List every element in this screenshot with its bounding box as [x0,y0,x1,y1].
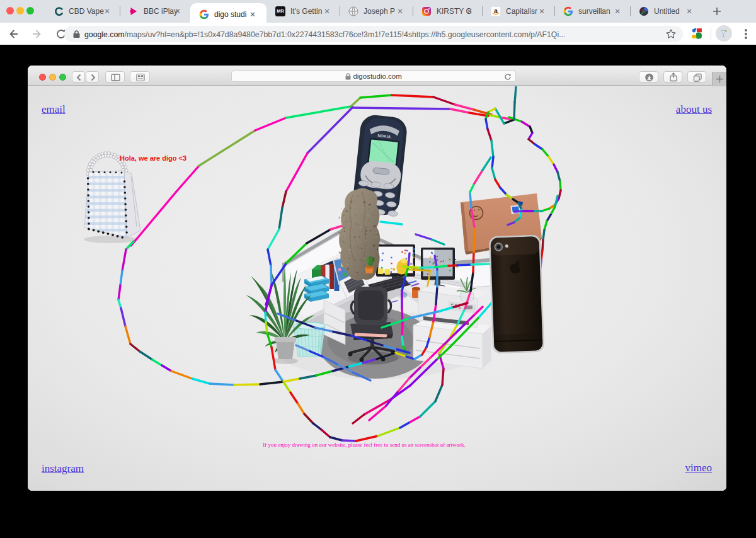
svg-text:a: a [494,8,498,14]
